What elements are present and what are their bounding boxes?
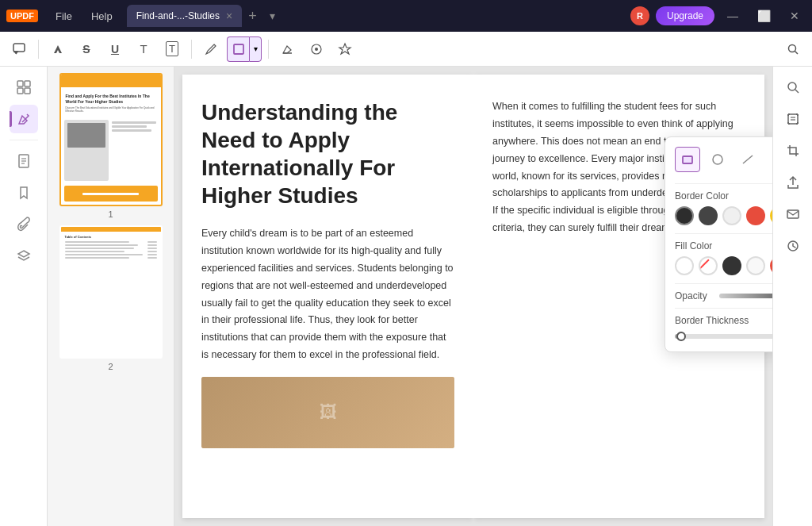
divider-4 [675, 308, 772, 309]
right-mail-button[interactable] [779, 200, 807, 228]
avatar: R [630, 6, 649, 25]
upgrade-button[interactable]: Upgrade [656, 6, 714, 25]
sidebar-item-layers[interactable] [10, 242, 38, 271]
svg-line-20 [795, 90, 799, 93]
sidebar-item-pages[interactable] [10, 147, 38, 175]
divider-2 [675, 233, 772, 234]
sidebar-item-annotate[interactable] [10, 105, 38, 133]
tab-list-dropdown[interactable]: ▾ [263, 10, 282, 22]
svg-point-19 [788, 83, 796, 90]
right-ocr-button[interactable] [779, 105, 807, 133]
thumbnail-image-1: Find and Apply For the Best Institutes I… [59, 73, 163, 206]
shape-tool-dropdown[interactable]: ▾ [249, 36, 262, 62]
strikethrough-tool-button[interactable]: S [74, 36, 99, 62]
main-area: Find and Apply For the Best Institutes I… [0, 67, 812, 526]
divider-1 [675, 183, 772, 184]
fill-color-white[interactable] [675, 256, 694, 275]
shape-selector-row [675, 147, 772, 172]
border-color-label: Border Color [675, 190, 772, 202]
toolbar-sep-3 [268, 40, 269, 59]
tab-title: Find-and-...-Studies [136, 10, 220, 21]
fill-color-swatches [675, 256, 772, 275]
comment-tool-button[interactable] [6, 36, 32, 62]
fill-color-white2[interactable] [746, 256, 765, 275]
thumbnail-page-2[interactable]: Table of Contents 2 [54, 225, 167, 371]
fill-color-transparent[interactable] [699, 256, 718, 275]
shape-arrow[interactable] [765, 147, 772, 172]
right-crop-button[interactable] [779, 136, 807, 165]
svg-point-5 [789, 44, 796, 52]
shape-tool-main[interactable] [227, 36, 249, 62]
pen-tool-button[interactable] [198, 36, 224, 62]
thumbnail-page-1[interactable]: Find and Apply For the Best Institutes I… [54, 73, 167, 219]
toolbar-search-button[interactable] [780, 36, 806, 62]
border-thickness-slider[interactable] [675, 334, 772, 339]
border-color-swatches [675, 206, 772, 225]
shape-rectangle[interactable] [675, 147, 700, 172]
sidebar-item-thumbnails[interactable] [10, 73, 38, 102]
stamp-tool-button[interactable] [332, 36, 358, 62]
svg-point-4 [315, 48, 318, 51]
border-thickness-label: Border Thickness [675, 315, 772, 326]
sidebar-divider [10, 140, 38, 140]
right-export-button[interactable] [779, 168, 807, 197]
active-indicator [10, 111, 12, 127]
thumbnail-panel: Find and Apply For the Best Institutes I… [48, 67, 174, 526]
svg-rect-21 [788, 114, 798, 124]
shape-circle[interactable] [705, 147, 730, 172]
shape-line[interactable] [735, 147, 760, 172]
opacity-label: Opacity [675, 290, 713, 301]
svg-rect-9 [17, 88, 23, 94]
border-color-dark[interactable] [675, 206, 694, 225]
border-color-white[interactable] [722, 206, 741, 225]
sidebar-item-bookmarks[interactable] [10, 179, 38, 207]
fill-color-red[interactable] [770, 256, 772, 275]
svg-line-6 [795, 51, 799, 54]
svg-rect-0 [13, 44, 25, 52]
svg-rect-7 [17, 81, 23, 86]
signature-tool-button[interactable] [304, 36, 329, 62]
thumbnail-image-2: Table of Contents [59, 225, 163, 359]
pdf-main-heading: Understanding the Need to Apply Internat… [201, 98, 454, 209]
upgrade-label: Upgrade [667, 10, 703, 21]
opacity-slider[interactable] [719, 294, 772, 298]
fill-color-dark[interactable] [722, 256, 741, 275]
underline-tool-button[interactable]: U [102, 36, 128, 62]
eraser-tool-button[interactable] [275, 36, 301, 62]
border-color-red[interactable] [746, 206, 765, 225]
svg-line-17 [743, 155, 753, 163]
text-note-button[interactable]: T [131, 36, 156, 62]
tab-area: Find-and-...-Studies × + ▾ [127, 5, 630, 27]
shape-tool-button[interactable]: ▾ [227, 36, 262, 62]
highlight-tool-button[interactable] [45, 36, 71, 62]
titlebar-right: R Upgrade — ⬜ ✕ [630, 6, 806, 25]
svg-rect-10 [25, 88, 30, 94]
menu-help[interactable]: Help [83, 7, 121, 25]
color-picker-popup: Border Color Fill Color [665, 136, 772, 352]
left-sidebar [0, 67, 48, 526]
maximize-button[interactable]: ⬜ [751, 6, 777, 25]
tab-current[interactable]: Find-and-...-Studies × [127, 5, 243, 27]
fill-color-label: Fill Color [675, 240, 772, 251]
toolbar: S U T T ▾ [0, 32, 812, 67]
right-search-button[interactable] [779, 73, 807, 102]
sidebar-item-attachments[interactable] [10, 210, 38, 239]
right-sidebar [772, 67, 812, 526]
tab-close-button[interactable]: × [226, 10, 232, 22]
border-color-yellow[interactable] [770, 206, 772, 225]
minimize-button[interactable]: — [721, 6, 745, 25]
new-tab-button[interactable]: + [242, 8, 263, 25]
thumbnail-label-1: 1 [108, 209, 113, 219]
svg-rect-15 [683, 156, 692, 163]
right-history-button[interactable] [779, 232, 807, 260]
titlebar: UPDF File Help Find-and-...-Studies × + … [0, 0, 812, 32]
divider-3 [675, 283, 772, 284]
svg-rect-32 [787, 210, 799, 218]
menu-file[interactable]: File [48, 7, 80, 25]
toolbar-sep-2 [191, 40, 192, 59]
close-button[interactable]: ✕ [783, 6, 806, 25]
pdf-content-area[interactable]: Understanding the Need to Apply Internat… [174, 67, 772, 526]
text-box-button[interactable]: T [159, 36, 185, 62]
app-logo: UPDF [6, 10, 38, 22]
border-color-black[interactable] [699, 206, 718, 225]
